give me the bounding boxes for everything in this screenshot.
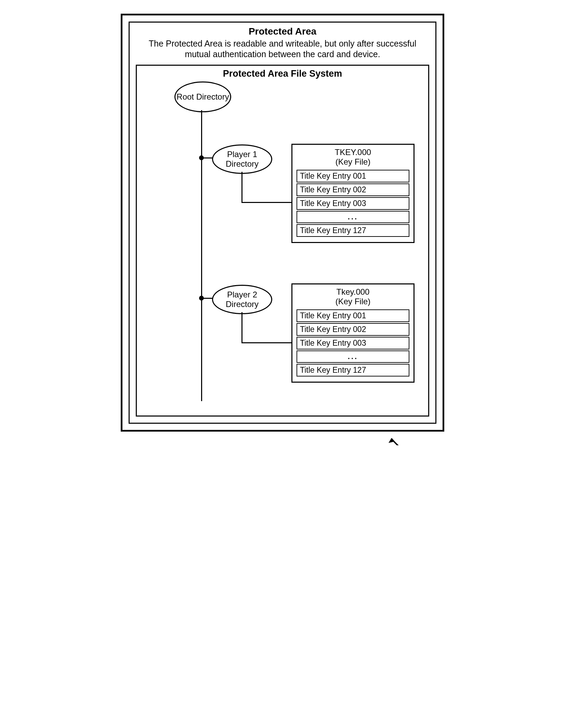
player1-directory-node: Player 1 Directory (212, 144, 272, 174)
keyfile-name: TKEY.000 (335, 148, 371, 157)
tree-sub-line (241, 312, 242, 343)
tree-connector (201, 298, 213, 299)
tree-connector (201, 157, 213, 158)
keyfile-sub: (Key File) (336, 297, 371, 306)
tree-connector (241, 342, 291, 343)
title-key-entry: Title Key Entry 003 (297, 337, 409, 349)
title-key-entry-ellipsis: ... (297, 350, 409, 363)
title-key-entry: Title Key Entry 003 (297, 197, 409, 210)
keyfile-header: TKEY.000 (Key File) (297, 148, 409, 167)
player2-directory-label: Player 2 Directory (213, 290, 271, 309)
player1-directory-label: Player 1 Directory (213, 150, 271, 168)
title-key-entry-ellipsis: ... (297, 211, 409, 223)
title-key-entry: Title Key Entry 127 (297, 224, 409, 237)
protected-area-description: The Protected Area is readable and write… (136, 38, 429, 60)
player2-keyfile-box: Tkey.000 (Key File) Title Key Entry 001 … (291, 283, 415, 383)
title-key-entry: Title Key Entry 002 (297, 183, 409, 196)
reference-arrow-icon (384, 433, 415, 445)
player2-directory-node: Player 2 Directory (212, 285, 272, 314)
root-directory-label: Root Directory (176, 92, 229, 102)
protected-area-title: Protected Area (136, 26, 429, 37)
tree-connector (241, 202, 291, 203)
title-key-entry: Title Key Entry 127 (297, 364, 409, 376)
root-directory-node: Root Directory (174, 81, 231, 112)
title-key-entry: Title Key Entry 001 (297, 170, 409, 182)
file-system-title: Protected Area File System (142, 68, 423, 79)
outer-frame: Protected Area The Protected Area is rea… (121, 14, 444, 432)
title-key-entry: Title Key Entry 002 (297, 323, 409, 336)
keyfile-header: Tkey.000 (Key File) (297, 287, 409, 307)
title-key-entry: Title Key Entry 001 (297, 309, 409, 322)
tree-sub-line (241, 172, 242, 203)
player1-keyfile-box: TKEY.000 (Key File) Title Key Entry 001 … (291, 144, 415, 243)
protected-area-box: Protected Area The Protected Area is rea… (129, 22, 436, 424)
tree-main-line (201, 110, 202, 401)
keyfile-name: Tkey.000 (337, 287, 370, 296)
file-system-box: Protected Area File System Root Director… (136, 65, 429, 417)
keyfile-sub: (Key File) (336, 157, 371, 166)
